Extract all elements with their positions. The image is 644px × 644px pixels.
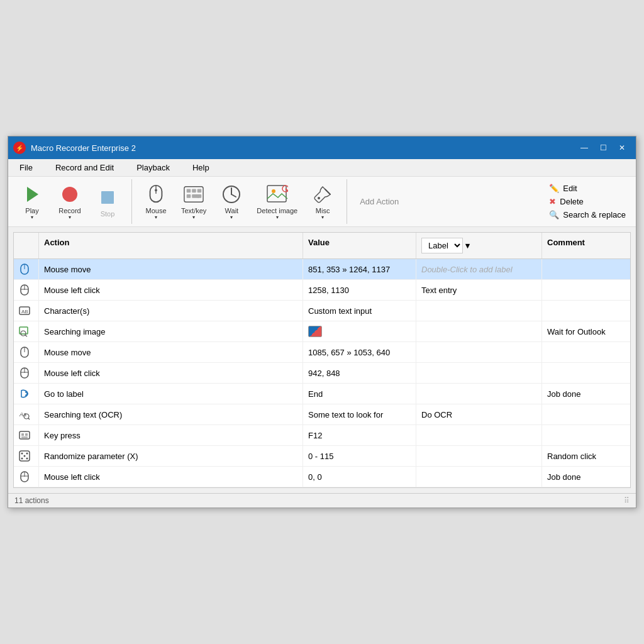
play-button[interactable]: Play ▾ <box>13 179 51 224</box>
row-comment: Wait for Outlook <box>542 321 630 341</box>
row-comment <box>542 280 630 300</box>
row-label <box>416 321 542 341</box>
row-label: Do OCR <box>416 404 542 425</box>
row-action: Mouse move <box>39 259 303 279</box>
table-row[interactable]: Mouse left click 1258, 1130 Text entry <box>14 280 630 301</box>
svg-point-20 <box>318 197 320 199</box>
row-comment: Job done <box>542 467 630 487</box>
table-row[interactable]: Searching image Wait for Outlook <box>14 321 630 342</box>
menu-file[interactable]: File <box>8 159 44 176</box>
misc-button[interactable]: Misc ▾ <box>304 179 341 224</box>
edit-button[interactable]: ✏️ Edit <box>547 182 628 194</box>
col-label-header: Label ▾ <box>416 233 542 258</box>
row-label <box>416 363 542 383</box>
stop-icon <box>96 186 119 209</box>
row-comment <box>542 404 630 425</box>
record-button[interactable]: Record ▾ <box>51 179 89 224</box>
svg-rect-12 <box>197 194 202 198</box>
row-icon <box>14 280 39 300</box>
table-row[interactable]: Mouse left click 942, 848 <box>14 363 630 384</box>
window-title: Macro Recorder Enterprise 2 <box>31 143 575 153</box>
close-button[interactable]: ✕ <box>613 139 631 157</box>
row-value: Custom text input <box>303 301 416 321</box>
row-icon <box>14 467 39 487</box>
row-action: Mouse left click <box>39 280 303 300</box>
row-comment: Job done <box>542 384 630 404</box>
row-action: Mouse left click <box>39 467 303 487</box>
table-header: Action Value Label ▾ Comment <box>14 233 630 259</box>
table-row[interactable]: AB Character(s) Custom text input <box>14 301 630 321</box>
svg-point-45 <box>24 455 26 457</box>
row-comment <box>542 301 630 321</box>
svg-line-30 <box>25 335 27 336</box>
wait-button[interactable]: Wait ▾ <box>213 179 250 224</box>
textkey-button[interactable]: Text/key ▾ <box>175 179 213 224</box>
row-label[interactable]: Double-Click to add label <box>416 259 542 279</box>
table-row[interactable]: Go to label End Job done <box>14 384 630 404</box>
row-value: End <box>303 384 416 404</box>
detect-image-icon <box>266 183 289 206</box>
table-row[interactable]: Mouse left click 0, 0 Job done <box>14 467 630 487</box>
label-dropdown[interactable]: Label <box>421 238 463 253</box>
minimize-button[interactable]: — <box>575 139 593 157</box>
row-value: 0, 0 <box>303 467 416 487</box>
detect-image-button[interactable]: Detect image ▾ <box>250 179 304 224</box>
search-replace-button[interactable]: 🔍 Search & replace <box>547 209 628 221</box>
search-icon: 🔍 <box>549 210 559 219</box>
playback-group: Play ▾ Record ▾ Stop <box>8 179 132 224</box>
title-bar: ⚡ Macro Recorder Enterprise 2 — ☐ ✕ <box>8 136 636 159</box>
row-action: Randomize parameter (X) <box>39 446 303 466</box>
mouse-button[interactable]: Mouse ▾ <box>137 179 175 224</box>
row-icon <box>14 363 39 383</box>
row-comment <box>542 259 630 279</box>
menu-bar: File Record and Edit Playback Help <box>8 159 636 177</box>
svg-point-44 <box>21 453 23 455</box>
row-label <box>416 342 542 362</box>
row-comment <box>542 363 630 383</box>
table-row[interactable]: Aa Searching text (OCR) Some text to loo… <box>14 404 630 425</box>
col-value-header: Value <box>303 233 416 258</box>
play-icon <box>21 183 43 206</box>
svg-point-5 <box>155 189 157 192</box>
row-action: Go to label <box>39 384 303 404</box>
stop-button[interactable]: Stop <box>89 182 126 221</box>
status-bar: 11 actions ⠿ <box>8 493 636 508</box>
row-label: Text entry <box>416 280 542 300</box>
image-thumbnail <box>308 326 322 337</box>
row-value <box>303 321 416 341</box>
table-row[interactable]: Randomize parameter (X) 0 - 115 Random c… <box>14 446 630 467</box>
col-action-header: Action <box>39 233 303 258</box>
svg-point-17 <box>272 189 275 193</box>
row-action: Character(s) <box>39 301 303 321</box>
resize-handle[interactable]: ⠿ <box>624 496 630 505</box>
svg-line-15 <box>231 194 236 197</box>
record-icon <box>58 183 81 206</box>
row-icon <box>14 425 39 445</box>
svg-rect-41 <box>25 433 28 436</box>
menu-playback[interactable]: Playback <box>125 159 181 176</box>
svg-rect-9 <box>197 189 202 193</box>
row-value: 0 - 115 <box>303 446 416 466</box>
row-value: Some text to look for <box>303 404 416 425</box>
row-value: F12 <box>303 425 416 445</box>
svg-rect-2 <box>101 191 114 204</box>
delete-button[interactable]: ✖ Delete <box>547 196 628 208</box>
row-label <box>416 301 542 321</box>
svg-rect-7 <box>187 189 191 193</box>
row-label <box>416 384 542 404</box>
row-icon <box>14 446 39 466</box>
svg-rect-16 <box>267 186 286 202</box>
table-row[interactable]: Key press F12 <box>14 425 630 446</box>
window-controls: — ☐ ✕ <box>575 139 631 157</box>
table-row[interactable]: Mouse move 851, 353 » 1264, 1137 Double-… <box>14 259 630 280</box>
svg-point-46 <box>26 458 28 460</box>
svg-line-38 <box>28 418 30 419</box>
svg-point-1 <box>62 187 77 202</box>
row-comment <box>542 342 630 362</box>
textkey-icon <box>182 183 205 206</box>
menu-record-edit[interactable]: Record and Edit <box>44 159 125 176</box>
maximize-button[interactable]: ☐ <box>594 139 612 157</box>
menu-help[interactable]: Help <box>181 159 221 176</box>
action-table: Action Value Label ▾ Comment Mouse move … <box>13 232 631 488</box>
table-row[interactable]: Mouse move 1085, 657 » 1053, 640 <box>14 342 630 363</box>
